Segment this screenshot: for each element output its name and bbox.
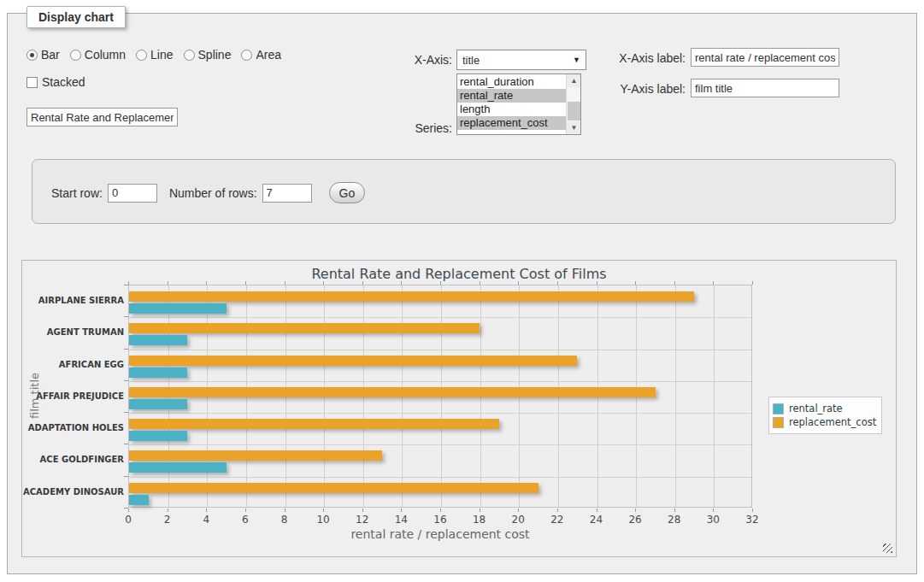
x-tick-mark xyxy=(401,509,402,512)
x-axis-select-label: X-Axis: xyxy=(375,53,452,67)
resize-handle-icon[interactable] xyxy=(883,544,892,553)
y-tick-mark xyxy=(124,349,128,350)
radio-column[interactable]: Column xyxy=(70,48,126,62)
gridline xyxy=(129,477,751,478)
x-tick-label: 28 xyxy=(663,514,686,526)
gridline xyxy=(129,444,751,445)
x-tick-mark xyxy=(752,509,753,512)
scroll-down-icon[interactable]: ▼ xyxy=(567,121,581,134)
x-tick-mark xyxy=(206,509,207,512)
bar-replacement_cost xyxy=(129,483,539,493)
series-option-rental-rate[interactable]: rental_rate xyxy=(457,89,566,103)
x-tick-label: 8 xyxy=(274,514,296,526)
radio-bar-icon[interactable] xyxy=(26,50,38,61)
plot-area xyxy=(128,285,752,508)
stacked-label: Stacked xyxy=(42,75,85,89)
bar-rental_rate xyxy=(129,495,149,505)
x-tick-mark xyxy=(362,281,363,285)
legend-label: rental_rate xyxy=(789,403,843,414)
radio-line-label: Line xyxy=(150,48,173,62)
gridline xyxy=(675,285,676,507)
series-select-label: Series: xyxy=(375,121,452,135)
series-scrollbar[interactable]: ▲ ▼ xyxy=(566,74,580,134)
series-multiselect[interactable]: rental_duration rental_rate length repla… xyxy=(456,73,581,135)
scroll-up-icon[interactable]: ▲ xyxy=(567,74,581,87)
x-axis-select[interactable]: title ▼ xyxy=(456,50,586,70)
x-axis-label-label: X-Axis label: xyxy=(609,51,686,65)
bar-replacement_cost xyxy=(129,291,694,302)
x-axis-label-input[interactable] xyxy=(691,48,839,67)
radio-spline-icon[interactable] xyxy=(184,50,195,61)
x-tick-mark xyxy=(245,509,246,512)
x-tick-mark xyxy=(713,509,714,512)
x-tick-mark xyxy=(597,281,597,285)
gridline xyxy=(129,317,751,318)
x-tick-mark xyxy=(206,281,207,285)
bar-replacement_cost xyxy=(129,356,577,366)
y-category-label: AFFAIR PREJUDICE xyxy=(22,380,124,412)
start-row-input[interactable] xyxy=(108,184,157,203)
radio-bar-label: Bar xyxy=(41,48,60,62)
num-rows-input[interactable] xyxy=(262,184,312,203)
radio-bar[interactable]: Bar xyxy=(26,48,60,62)
x-axis-select-value: title xyxy=(462,54,573,67)
gridline xyxy=(129,381,751,382)
radio-line-icon[interactable] xyxy=(136,50,147,61)
x-tick-label: 4 xyxy=(195,514,217,526)
bar-rental_rate xyxy=(129,335,187,345)
series-option-rental-duration[interactable]: rental_duration xyxy=(457,75,566,89)
y-category-label: ADAPTATION HOLES xyxy=(22,412,124,444)
gridline xyxy=(129,350,751,350)
x-tick-mark xyxy=(168,281,168,285)
x-tick-label: 20 xyxy=(507,514,529,526)
x-tick-label: 2 xyxy=(156,514,179,526)
gridline xyxy=(129,413,751,414)
chart-title-input[interactable] xyxy=(26,108,178,126)
radio-line[interactable]: Line xyxy=(136,48,173,62)
x-tick-mark xyxy=(128,281,129,285)
x-tick-label: 10 xyxy=(312,514,334,526)
x-tick-mark xyxy=(752,281,753,285)
x-tick-mark xyxy=(362,509,363,512)
scrollbar-thumb[interactable] xyxy=(568,102,580,121)
series-option-replacement-cost[interactable]: replacement_cost xyxy=(457,116,566,130)
radio-area[interactable]: Area xyxy=(241,48,281,62)
x-tick-mark xyxy=(480,509,480,512)
x-tick-label: 30 xyxy=(702,514,724,526)
x-tick-label: 18 xyxy=(468,514,491,526)
stacked-checkbox[interactable] xyxy=(26,77,38,88)
y-axis-label-input[interactable] xyxy=(691,79,839,97)
x-tick-mark xyxy=(245,281,246,285)
go-button[interactable]: Go xyxy=(329,182,366,203)
radio-area-icon[interactable] xyxy=(241,50,252,61)
x-tick-mark xyxy=(440,281,441,285)
start-row-label: Start row: xyxy=(51,186,103,200)
x-tick-mark xyxy=(323,509,324,512)
y-tick-mark xyxy=(124,316,128,317)
legend-item: replacement_cost xyxy=(773,416,876,428)
x-tick-mark xyxy=(713,281,714,285)
y-axis-label-label: Y-Axis label: xyxy=(609,82,686,96)
radio-column-icon[interactable] xyxy=(70,50,81,61)
bar-replacement_cost xyxy=(129,387,656,397)
y-category-label: AIRPLANE SIERRA xyxy=(22,285,124,316)
legend-item: rental_rate xyxy=(773,403,876,414)
y-category-labels: AIRPLANE SIERRAAGENT TRUMANAFRICAN EGGAF… xyxy=(22,285,124,508)
y-tick-mark xyxy=(124,285,128,285)
gridline xyxy=(714,285,715,507)
legend-swatch xyxy=(773,417,784,428)
y-tick-mark xyxy=(124,476,128,477)
x-tick-label: 16 xyxy=(429,514,451,526)
radio-spline[interactable]: Spline xyxy=(184,48,232,62)
x-tick-label: 0 xyxy=(117,514,139,526)
radio-column-label: Column xyxy=(85,48,126,62)
y-tick-mark xyxy=(124,444,128,444)
series-options: rental_duration rental_rate length repla… xyxy=(457,75,566,130)
series-option-length[interactable]: length xyxy=(457,103,566,116)
bar-replacement_cost xyxy=(129,450,382,461)
bar-replacement_cost xyxy=(129,419,499,429)
legend-label: replacement_cost xyxy=(789,416,876,428)
stacked-checkbox-row[interactable]: Stacked xyxy=(26,75,85,89)
bar-rental_rate xyxy=(129,399,187,409)
x-tick-label: 6 xyxy=(234,514,256,526)
